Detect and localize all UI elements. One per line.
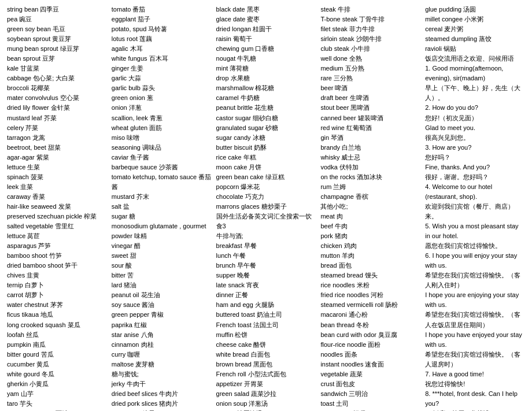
list-item: 饭店交流用语之欢迎、问候用语 [425, 54, 525, 64]
list-item: preserved szechuan pickle 榨菜 [7, 212, 107, 221]
list-item: 希望您在我们宾馆过得愉快。（客人退房时） [425, 350, 525, 369]
main-content: string bean 四季豆pea 豌豆green soy bean 毛豆so… [5, 5, 527, 411]
list-item: fried rice noodles 河粉 [320, 290, 420, 300]
list-item: dried bamboo shoot 笋干 [7, 261, 107, 271]
list-item: dried beef slices 牛肉片 [112, 389, 212, 399]
list-item: 8. ***hotel, front desk. Can I help you? [425, 389, 525, 409]
list-item: tarragon 龙蒿 [7, 133, 107, 143]
list-item: meat 肉 [320, 212, 420, 221]
list-item: agar-agar 紫菜 [7, 153, 107, 162]
column-1: string bean 四季豆pea 豌豆green soy bean 毛豆so… [5, 5, 109, 411]
list-item: brandy 白兰地 [320, 143, 420, 153]
list-item: medium 五分熟 [320, 64, 420, 73]
list-item: popcorn 爆米花 [216, 182, 316, 192]
list-item: mustard 芥末 [112, 192, 212, 202]
list-item: green soy bean 毛豆 [7, 24, 107, 34]
list-item: seasoning 调味品 [112, 143, 212, 153]
list-item: I hope you are enjoying your stay with u… [425, 290, 525, 310]
list-item: 愿您在我们宾馆过得愉快。 [425, 241, 525, 251]
list-item: mint 薄荷糖 [216, 64, 316, 73]
list-item: soybean sprout 黄豆芽 [7, 34, 107, 44]
list-item: bean thread 冬粉 [320, 320, 420, 330]
list-item: yam 山芋 [7, 389, 107, 399]
column-2: tomato 番茄eggplant 茄子potato, spud 马铃薯lotu… [109, 5, 214, 411]
list-item: noodles 面条 [320, 350, 420, 360]
list-item: dried longan 桂圆干 [216, 24, 316, 34]
list-item: pea 豌豆 [7, 14, 107, 24]
list-item: bitter 苦 [112, 271, 212, 280]
list-item: lettuce 生菜 [7, 162, 107, 172]
list-item: instant noodles 速食面 [320, 360, 420, 369]
list-item: mater convolvulus 空心菜 [7, 93, 107, 103]
list-item: toast 土司 [320, 399, 420, 409]
list-item: beer 啤酒 [320, 83, 420, 93]
list-item: nougat 牛乳糖 [216, 54, 316, 64]
list-item: 祝您过得愉快! [425, 379, 525, 389]
list-item: asparagus 芦笋 [7, 241, 107, 251]
list-item: vinegar 醋 [112, 241, 212, 251]
list-item: curry 咖喱 [112, 350, 212, 360]
list-item: taro 芋头 [7, 399, 107, 409]
list-item: potato, spud 马铃薯 [112, 24, 212, 34]
list-item: rum 兰姆 [320, 182, 420, 192]
list-item: marrons glaces 糖炒栗子 [216, 202, 316, 212]
list-item: champagne 香槟 [320, 192, 420, 202]
list-item: appetizer 开胃菜 [216, 379, 316, 389]
list-item: cereal 麦片粥 [425, 24, 525, 34]
list-item: 国外生活必备英文词汇全搜索一饮食3 [216, 212, 316, 231]
list-item: eggplant 茄子 [112, 14, 212, 24]
list-item: club steak 小牛排 [320, 44, 420, 54]
list-item: 早上（下午、晚上）好，先生（大人）。 [425, 83, 525, 103]
list-item: dried pork slices 猪肉片 [112, 399, 212, 409]
list-item: beef 牛肉 [320, 221, 420, 231]
list-item: granulated sugar 砂糖 [216, 123, 316, 133]
list-item: moon cake 月饼 [216, 162, 316, 172]
list-item: beetroot, beet 甜菜 [7, 143, 107, 153]
list-item: 希望您在我们宾馆过得愉快。（客人刚入住时） [425, 271, 525, 290]
list-item: lunch 午餐 [216, 251, 316, 261]
list-item: string bean 四季豆 [7, 5, 107, 14]
list-item: ficus tikaua 地瓜 [7, 310, 107, 320]
list-item: bread 面包 [320, 261, 420, 271]
list-item: green bean cake 绿豆糕 [216, 172, 316, 182]
column-4: steak 牛排T-bone steak 丁骨牛排filet steak 菲力牛… [318, 5, 423, 411]
list-item: green pepper 青椒 [112, 310, 212, 320]
list-item: carrot 胡萝卜 [7, 290, 107, 300]
list-item: tomato 番茄 [112, 5, 212, 14]
list-item: 5. Wish you a most pleasant stay in our … [425, 221, 525, 241]
list-item: crust 面包皮 [320, 379, 420, 389]
list-item: French toast 法国土司 [216, 320, 316, 330]
list-item: canned beer 罐装啤酒 [320, 113, 420, 123]
list-item: vodka 伏特加 [320, 162, 420, 172]
list-item: vegetable 蔬菜 [320, 369, 420, 379]
list-item: rare 三分熟 [320, 73, 420, 83]
list-item: supper 晚餐 [216, 271, 316, 280]
list-item: agalic 木耳 [112, 44, 212, 54]
list-item: filet steak 菲力牛排 [320, 24, 420, 34]
list-item: confection 糖果 [112, 409, 212, 411]
list-item: bitter gourd 苦瓜 [7, 350, 107, 360]
list-item: scallion, leek 青葱 [112, 113, 212, 123]
list-item: sirloin steak 沙朗牛排 [320, 34, 420, 44]
list-item: mutton 羊肉 [320, 251, 420, 261]
list-item: steak 牛排 [320, 5, 420, 14]
list-item: late snack 宵夜 [216, 280, 316, 290]
list-item: sweet 甜 [112, 251, 212, 261]
list-item: white fungus 百木耳 [112, 54, 212, 64]
list-item: paprika 红椒 [112, 320, 212, 330]
list-item: stout beer 黑啤酒 [320, 103, 420, 113]
list-item: soy sauce 酱油 [112, 300, 212, 310]
list-item: gin 琴酒 [320, 133, 420, 143]
list-item: draft beer 生啤酒 [320, 93, 420, 103]
list-item: monosodium glutamate , gourmet powder 味精 [112, 221, 212, 241]
list-item: 2. How do you do? [425, 103, 525, 113]
list-item: 3. How are you? [425, 143, 525, 153]
list-item: salted vegetable 雪里红 [7, 221, 107, 231]
list-item: butter biscuit 奶酥 [216, 143, 316, 153]
list-item: onion 洋葱 [112, 103, 212, 113]
list-item: barbeque sauce 沙茶酱 [112, 162, 212, 172]
column-5: glue pudding 汤圆millet congee 小米粥cereal 麦… [423, 5, 527, 411]
list-item: bamboo shoot 竹笋 [7, 251, 107, 261]
list-item: garlic bulb 蒜头 [112, 83, 212, 93]
list-item: white bread 白面包 [216, 350, 316, 360]
